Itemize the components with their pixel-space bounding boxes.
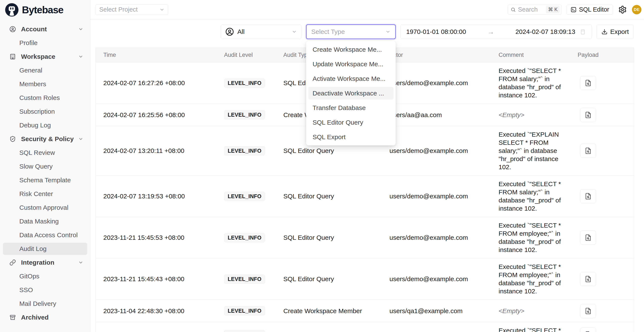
sidebar-item-data-masking[interactable]: Data Masking xyxy=(3,215,87,227)
sidebar-item-slow-query[interactable]: Slow Query xyxy=(3,161,87,172)
sidebar-item-workspace[interactable]: Workspace xyxy=(3,51,87,63)
sidebar-item-label: Subscription xyxy=(19,108,87,115)
sidebar-item-profile[interactable]: Profile xyxy=(3,37,87,49)
time-cell: 2023-11-04 01:06:24 +08:00 xyxy=(96,331,224,332)
sql-editor-button[interactable]: SQL Editor xyxy=(567,5,613,14)
file-search-icon xyxy=(585,192,592,200)
file-search-icon xyxy=(585,111,592,119)
sidebar-item-subscription[interactable]: Subscription xyxy=(3,106,87,118)
menu-item-update-workspace-me[interactable]: Update Workspace Me... xyxy=(308,58,394,70)
sidebar-item-audit-log[interactable]: Audit Log xyxy=(3,243,87,255)
menu-item-transfer-database[interactable]: Transfer Database xyxy=(308,101,394,114)
brand-logo[interactable]: Bytebase xyxy=(0,0,90,18)
sidebar-item-label: Data Access Control xyxy=(19,231,87,239)
payload-view-button[interactable] xyxy=(580,189,596,203)
topbar-actions: Search ⌘ K SQL Editor DE xyxy=(508,5,642,14)
actor-cell: users/demo@example.com xyxy=(390,234,498,241)
time-cell: 2023-11-21 15:45:43 +08:00 xyxy=(96,275,224,283)
search-input[interactable]: Search ⌘ K xyxy=(508,5,562,14)
comment-cell: Executed `"SELECT * FROM salary;"` in da… xyxy=(498,62,572,104)
sidebar-item-archived[interactable]: Archived xyxy=(3,312,87,324)
audit-type-cell: Create Workspace Member xyxy=(283,307,390,315)
time-cell: 2024-02-07 16:25:56 +08:00 xyxy=(96,111,224,119)
table-row: 2024-02-07 13:19:53 +08:00LEVEL_INFOSQL … xyxy=(96,176,634,217)
audit-level-badge: LEVEL_INFO xyxy=(224,146,265,156)
sidebar-item-schema-template[interactable]: Schema Template xyxy=(3,174,87,186)
sidebar-item-account[interactable]: Account xyxy=(3,23,87,35)
audit-type-cell: SQL Editor Query xyxy=(283,147,390,155)
bytebase-logo-icon xyxy=(5,3,18,16)
sidebar-item-sso[interactable]: SSO xyxy=(3,284,87,296)
actor-cell: users/demo@example.com xyxy=(390,193,498,200)
payload-view-button[interactable] xyxy=(580,144,596,158)
sidebar-item-label: General xyxy=(19,67,87,74)
sidebar-item-debug-log[interactable]: Debug Log xyxy=(3,119,87,131)
sidebar-item-label: GitOps xyxy=(19,273,87,280)
terminal-icon xyxy=(570,7,576,13)
sidebar-item-custom-approval[interactable]: Custom Approval xyxy=(3,202,87,214)
sidebar-item-label: Members xyxy=(19,80,87,88)
actor-cell: users/aa@aa.com xyxy=(390,111,498,119)
time-cell: 2024-02-07 13:20:11 +08:00 xyxy=(96,147,224,155)
actor-cell: users/qa1@example.com xyxy=(390,307,498,315)
sidebar-item-label: Audit Log xyxy=(19,245,87,252)
user-circle-icon xyxy=(225,27,234,36)
sidebar-item-security-policy[interactable]: Security & Policy xyxy=(3,133,87,145)
sidebar-item-data-access-control[interactable]: Data Access Control xyxy=(3,229,87,241)
sidebar-item-mail-delivery[interactable]: Mail Delivery xyxy=(3,298,87,310)
sidebar-item-label: Custom Approval xyxy=(19,204,87,211)
sidebar-item-label: Slow Query xyxy=(19,163,87,170)
sidebar-item-label: Archived xyxy=(21,314,83,321)
sidebar-item-sql-review[interactable]: SQL Review xyxy=(3,147,87,159)
search-icon xyxy=(510,7,516,12)
search-shortcut-kbd: ⌘ K xyxy=(546,6,560,13)
column-header-audit-level: Audit Level xyxy=(224,52,283,58)
project-select[interactable]: Select Project xyxy=(96,4,168,15)
chevron-down-icon xyxy=(78,136,83,142)
comment-cell: <Empty> xyxy=(498,303,572,319)
audit-level-badge: LEVEL_INFO xyxy=(224,330,265,332)
sidebar-item-general[interactable]: General xyxy=(3,64,87,76)
sidebar-item-gitops[interactable]: GitOps xyxy=(3,270,87,282)
payload-view-button[interactable] xyxy=(580,328,596,332)
export-button[interactable]: Export xyxy=(596,24,634,39)
payload-view-button[interactable] xyxy=(580,272,596,286)
comment-cell: Executed `"EXPLAIN SELECT * FROM salary;… xyxy=(498,126,572,175)
sidebar-item-custom-roles[interactable]: Custom Roles xyxy=(3,92,87,104)
menu-item-sql-editor-query[interactable]: SQL Editor Query xyxy=(308,116,394,129)
actor-filter-select[interactable]: All xyxy=(221,24,302,39)
file-search-icon xyxy=(585,307,592,315)
brand-name: Bytebase xyxy=(22,4,63,16)
sidebar-item-label: Integration xyxy=(21,259,78,266)
search-placeholder: Search xyxy=(518,6,544,13)
sidebar-item-label: SQL Review xyxy=(19,149,87,156)
menu-item-sql-export[interactable]: SQL Export xyxy=(308,131,394,143)
file-search-icon xyxy=(585,234,592,241)
sidebar-item-members[interactable]: Members xyxy=(3,78,87,90)
audit-level-badge: LEVEL_INFO xyxy=(224,233,265,242)
menu-item-create-workspace-me[interactable]: Create Workspace Me... xyxy=(308,43,394,56)
audit-level-badge: LEVEL_INFO xyxy=(224,192,265,201)
avatar[interactable]: DE xyxy=(632,5,642,14)
type-filter-select[interactable]: Select Type xyxy=(306,24,396,39)
menu-item-activate-workspace-me[interactable]: Activate Workspace Me... xyxy=(308,72,394,85)
sidebar-item-integration[interactable]: Integration xyxy=(3,257,87,269)
payload-view-button[interactable] xyxy=(580,304,596,318)
menu-item-deactivate-workspace[interactable]: Deactivate Workspace ... xyxy=(308,87,394,100)
chevron-down-icon xyxy=(385,29,390,34)
settings-gear-icon[interactable] xyxy=(618,5,627,14)
table-row: 2023-11-21 15:45:53 +08:00LEVEL_INFOSQL … xyxy=(96,217,634,258)
chevron-down-icon xyxy=(78,54,83,59)
payload-view-button[interactable] xyxy=(580,108,596,122)
date-range-input[interactable]: 1970-01-01 08:00:00 → 2024-02-07 18:09:1… xyxy=(400,24,592,39)
audit-log-page: Bytebase AccountProfileWorkspaceGeneralM… xyxy=(0,0,644,332)
time-cell: 2023-11-04 22:48:30 +08:00 xyxy=(96,307,224,315)
payload-view-button[interactable] xyxy=(580,76,596,90)
sidebar-nav: AccountProfileWorkspaceGeneralMembersCus… xyxy=(0,18,90,324)
audit-level-badge: LEVEL_INFO xyxy=(224,78,265,88)
project-select-placeholder: Select Project xyxy=(99,6,160,13)
shield-check-icon xyxy=(10,136,16,142)
sidebar-item-risk-center[interactable]: Risk Center xyxy=(3,188,87,200)
payload-view-button[interactable] xyxy=(580,231,596,245)
audit-level-badge: LEVEL_INFO xyxy=(224,306,265,316)
